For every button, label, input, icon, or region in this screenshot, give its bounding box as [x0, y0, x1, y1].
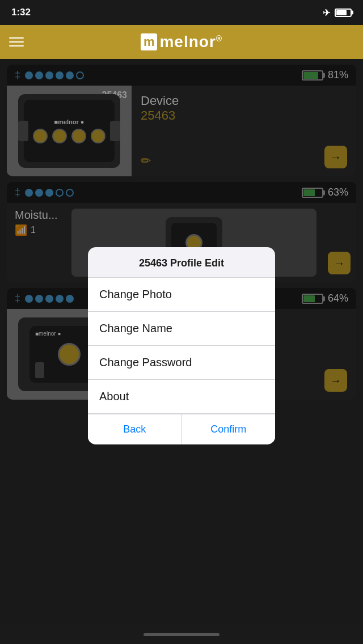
logo-m: m — [141, 33, 158, 50]
hamburger-menu-button[interactable] — [9, 37, 24, 46]
status-battery-icon — [335, 9, 352, 17]
hamburger-line-2 — [9, 41, 24, 43]
home-indicator — [0, 625, 363, 644]
hamburger-line-3 — [9, 45, 24, 46]
status-time: 1:32 — [11, 7, 31, 18]
app-logo: m melnor® — [141, 33, 222, 51]
hamburger-line-1 — [9, 37, 24, 39]
modal-item-change-name[interactable]: Change Name — [88, 312, 275, 346]
modal-buttons: Back Confirm — [88, 414, 275, 444]
app-header: m melnor® — [0, 25, 363, 59]
profile-edit-modal: 25463 Profile Edit Change Photo Change N… — [88, 247, 275, 444]
modal-item-change-photo[interactable]: Change Photo — [88, 278, 275, 312]
status-icons: ✈ — [323, 7, 352, 18]
modal-title: 25463 Profile Edit — [88, 247, 275, 278]
airplane-icon: ✈ — [323, 7, 330, 18]
modal-item-about[interactable]: About — [88, 380, 275, 414]
status-bar: 1:32 ✈ — [0, 0, 363, 25]
modal-confirm-button[interactable]: Confirm — [182, 414, 276, 444]
main-content: ‡ 81% 25463 — [0, 59, 363, 625]
modal-item-change-password[interactable]: Change Password — [88, 346, 275, 380]
logo-name: melnor® — [159, 33, 222, 51]
status-battery-fill — [336, 10, 347, 15]
home-bar — [143, 633, 220, 636]
modal-back-button[interactable]: Back — [88, 414, 182, 444]
